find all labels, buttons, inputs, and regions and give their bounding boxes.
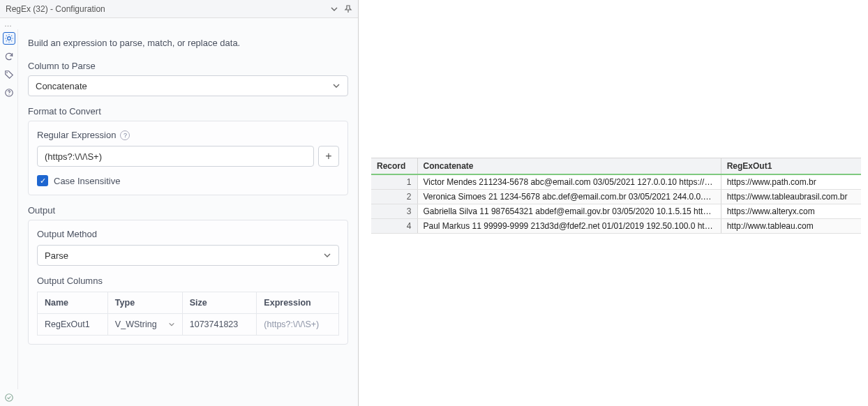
check-circle-icon xyxy=(4,393,14,403)
regexout-header[interactable]: RegExOut1 xyxy=(721,158,861,175)
regexout-cell: https://www.tableaubrasil.com.br xyxy=(721,190,861,204)
output-columns-table: Name Type Size Expression RegExOut1 V_WS… xyxy=(37,292,339,336)
column-to-parse-label: Column to Parse xyxy=(28,61,348,71)
regex-value: (https?:\/\/\S+) xyxy=(45,151,102,162)
table-row[interactable]: RegExOut1 V_WString 1073741823 (https?:\… xyxy=(38,314,339,336)
case-insensitive-row[interactable]: ✓ Case Insensitive xyxy=(37,175,339,186)
config-form: Build an expression to parse, match, or … xyxy=(18,29,358,389)
refresh-icon[interactable] xyxy=(3,50,15,63)
help-circle-icon[interactable]: ? xyxy=(120,130,130,140)
chevron-down-icon xyxy=(168,321,175,328)
plus-icon: + xyxy=(325,150,331,163)
regex-input[interactable]: (https?:\/\/\S+) xyxy=(37,146,314,167)
regexout-cell: https://www.alteryx.com xyxy=(721,204,861,219)
config-panel: RegEx (32) - Configuration … xyxy=(0,0,359,406)
col-name-header: Name xyxy=(38,292,108,314)
table-row[interactable]: 4Paul Markus 11 99999-9999 213d3d@fdef2.… xyxy=(371,219,861,234)
col-size-cell[interactable]: 1073741823 xyxy=(182,314,257,336)
results-header-row: Record Concatenate RegExOut1 xyxy=(371,158,861,175)
panel-title: RegEx (32) - Configuration xyxy=(6,4,105,14)
concatenate-cell: Gabriella Silva 11 987654321 abdef@email… xyxy=(417,204,721,219)
results-table: Record Concatenate RegExOut1 1Victor Men… xyxy=(371,158,861,234)
gear-icon[interactable] xyxy=(3,32,15,45)
record-number-cell: 2 xyxy=(371,190,417,204)
checkbox-checked-icon: ✓ xyxy=(37,175,48,186)
panel-header: RegEx (32) - Configuration xyxy=(0,0,358,18)
concatenate-cell: Victor Mendes 211234-5678 abc@email.com … xyxy=(417,174,721,190)
col-expr-header: Expression xyxy=(257,292,339,314)
table-row[interactable]: 1Victor Mendes 211234-5678 abc@email.com… xyxy=(371,174,861,190)
col-size-header: Size xyxy=(182,292,257,314)
concatenate-cell: Veronica Simoes 21 1234-5678 abc.def@ema… xyxy=(417,190,721,204)
col-name-cell[interactable]: RegExOut1 xyxy=(38,314,108,336)
record-header[interactable]: Record xyxy=(371,158,417,175)
output-method-label: Output Method xyxy=(37,229,339,239)
record-number-cell: 3 xyxy=(371,204,417,219)
ellipsis-icon[interactable]: … xyxy=(4,20,12,28)
case-insensitive-label: Case Insensitive xyxy=(54,176,120,186)
table-header-row: Name Type Size Expression xyxy=(38,292,339,314)
results-panel: Record Concatenate RegExOut1 1Victor Men… xyxy=(359,0,868,406)
format-group: Regular Expression ? (https?:\/\/\S+) + … xyxy=(28,121,348,195)
table-row[interactable]: 3Gabriella Silva 11 987654321 abdef@emai… xyxy=(371,204,861,219)
pin-icon[interactable] xyxy=(344,5,352,13)
regex-add-button[interactable]: + xyxy=(318,146,339,167)
output-method-value: Parse xyxy=(45,250,68,261)
col-type-header: Type xyxy=(107,292,182,314)
regexout-cell: http://www.tableau.com xyxy=(721,219,861,234)
format-to-convert-label: Format to Convert xyxy=(28,106,348,116)
config-subtitle: Build an expression to parse, match, or … xyxy=(28,38,348,48)
output-columns-label: Output Columns xyxy=(37,276,339,286)
column-to-parse-select[interactable]: Concatenate xyxy=(28,75,348,96)
column-to-parse-value: Concatenate xyxy=(36,81,87,91)
table-row[interactable]: 2Veronica Simoes 21 1234-5678 abc.def@em… xyxy=(371,190,861,204)
status-bar xyxy=(0,389,358,406)
regex-label-row: Regular Expression ? xyxy=(37,130,339,140)
col-type-cell[interactable]: V_WString xyxy=(107,314,182,336)
output-method-select[interactable]: Parse xyxy=(37,245,339,266)
record-number-cell: 4 xyxy=(371,219,417,234)
concatenate-cell: Paul Markus 11 99999-9999 213d3d@fdef2.n… xyxy=(417,219,721,234)
svg-point-2 xyxy=(8,94,9,95)
svg-point-3 xyxy=(6,394,13,402)
collapse-chevron-icon[interactable] xyxy=(330,5,338,13)
chevron-down-icon xyxy=(323,251,331,260)
record-number-cell: 1 xyxy=(371,174,417,190)
output-label: Output xyxy=(28,205,348,216)
regex-label: Regular Expression xyxy=(37,130,116,140)
regexout-cell: https://www.path.com.br xyxy=(721,174,861,190)
chevron-down-icon xyxy=(332,82,341,90)
col-expr-cell: (https?:\/\/\S+) xyxy=(257,314,339,336)
svg-point-0 xyxy=(6,72,8,73)
panel-subheader: … xyxy=(0,18,358,29)
tag-icon[interactable] xyxy=(3,68,15,81)
side-icon-bar xyxy=(0,29,18,389)
concat-header[interactable]: Concatenate xyxy=(417,158,721,175)
help-icon[interactable] xyxy=(3,87,15,99)
output-group: Output Method Parse Output Columns Name … xyxy=(28,220,348,345)
